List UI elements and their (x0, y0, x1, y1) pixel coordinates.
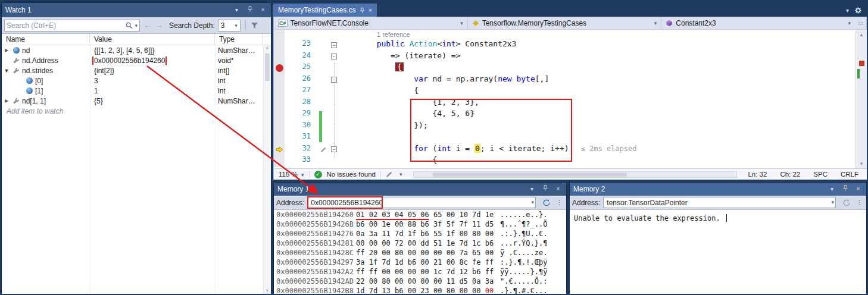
breakpoint-margin[interactable] (274, 132, 285, 144)
memory-row[interactable]: 0x000002556B19426Bb6 00 1e 00 88 b6 3f 5… (276, 220, 566, 230)
watch-row[interactable]: ▶nd{[[1, 2, 3], [4, 5, 6]]}NumShar… (2, 45, 271, 55)
scroll-down-icon[interactable]: ▼ (856, 161, 867, 167)
outline-margin[interactable] (330, 155, 339, 167)
refresh-icon[interactable] (541, 197, 552, 208)
search-depth-select[interactable]: 3 ▾ (218, 20, 241, 32)
codelens-references[interactable]: 1 reference (339, 30, 410, 39)
search-prev-icon[interactable]: ← (143, 21, 152, 30)
code-content[interactable]: { (339, 86, 419, 98)
outline-margin[interactable]: − (330, 39, 339, 51)
watch-name-cell[interactable]: ▼nd.strides (2, 67, 90, 75)
collapse-region-icon[interactable]: − (331, 146, 337, 152)
editor-scrollbar[interactable]: ▲ ▼ (855, 30, 867, 168)
horizontal-scrollbar[interactable] (413, 171, 738, 178)
code-content[interactable]: for (int i = 0; i < iterate; i++)≤ 2ms e… (339, 144, 636, 156)
scrollbar-thumb[interactable] (265, 54, 270, 81)
code-content[interactable]: {1, 2, 3}, (339, 98, 479, 109)
column-header-value[interactable]: Value (90, 34, 215, 45)
tab-pin-icon[interactable] (360, 7, 365, 14)
scrollbar-thumb[interactable] (433, 172, 627, 177)
search-icon[interactable] (126, 22, 133, 29)
tab-list-caret-icon[interactable]: ▾ (846, 7, 849, 14)
breakpoint-margin[interactable] (274, 109, 285, 121)
memory2-titlebar[interactable]: Memory 2 ▾ × (570, 183, 866, 196)
pen-icon[interactable] (386, 171, 393, 178)
outline-margin[interactable] (330, 86, 339, 98)
outline-margin[interactable] (330, 62, 339, 74)
class-dropdown[interactable]: Tensorflow.MemoryTestingCases ▾ (468, 17, 662, 29)
outline-margin[interactable]: − (330, 144, 339, 156)
watch-row[interactable]: [1]1int (2, 86, 271, 96)
breakpoint-margin[interactable] (274, 98, 285, 109)
breakpoint-margin[interactable] (274, 121, 285, 133)
code-content[interactable]: }); (339, 121, 428, 133)
code-content[interactable]: {4, 5, 6} (339, 109, 474, 121)
watch-name-cell[interactable]: ▶nd[1, 1] (2, 97, 90, 105)
search-next-icon[interactable]: → (155, 21, 164, 30)
memory-row[interactable]: 0x000002556B1942760a 3a 11 7d 1f b6 55 1… (276, 230, 566, 239)
column-header-type[interactable]: Type (215, 34, 263, 45)
settings-gear-icon[interactable] (854, 7, 862, 14)
code-content[interactable]: public Action<int> Constant2x3 (339, 39, 516, 51)
watch-value-cell[interactable]: 0x000002556b194260 (90, 57, 215, 65)
watch-value-cell[interactable]: {[[1, 2, 3], [4, 5, 6]]} (90, 46, 215, 55)
filter-icon[interactable] (251, 22, 258, 29)
breakpoint-icon[interactable] (276, 64, 283, 72)
toolbar-overflow-icon[interactable]: ⋮ (855, 199, 864, 206)
watch-name-cell[interactable]: Add item to watch (2, 107, 90, 115)
collapse-region-icon[interactable]: − (331, 77, 337, 83)
expander-icon[interactable]: ▶ (3, 48, 10, 53)
code-editor[interactable]: 1 reference 23− public Action<int> Const… (273, 30, 867, 168)
column-header-name[interactable]: Name (2, 34, 90, 45)
memory-row[interactable]: 0x000002556B19428Cff 20 00 80 00 00 00 0… (276, 249, 566, 258)
breakpoint-margin[interactable] (274, 74, 285, 86)
watch-search-box[interactable]: ▾ (4, 20, 140, 32)
breakpoint-margin[interactable] (274, 51, 285, 63)
watch-name-cell[interactable]: [1] (2, 87, 90, 95)
breakpoint-margin[interactable] (274, 39, 285, 51)
watch-value-cell[interactable]: {5} (90, 97, 215, 105)
collapse-region-icon[interactable]: − (331, 42, 337, 48)
watch-row[interactable]: ▼nd.strides{int[2]}int[] (2, 65, 271, 76)
expander-icon[interactable]: ▼ (3, 68, 10, 74)
method-dropdown[interactable]: Constant2x3 ▾ (661, 17, 855, 29)
toolbar-overflow-icon[interactable]: ⋮ (555, 199, 564, 206)
status-eol[interactable]: CRLF (841, 171, 858, 178)
watch-scrollbar[interactable]: ▲ ▼ (263, 45, 271, 294)
outline-margin[interactable] (330, 109, 339, 121)
pin-icon[interactable] (245, 5, 254, 15)
pin-icon[interactable] (841, 184, 850, 194)
window-position-icon[interactable]: ▾ (232, 6, 241, 14)
pen-caret-icon[interactable]: ▾ (399, 171, 402, 177)
breakpoint-margin[interactable] (274, 62, 285, 74)
search-options-caret-icon[interactable]: ▾ (135, 23, 138, 29)
watch-row[interactable]: Add item to watch (2, 106, 271, 116)
code-content[interactable]: { (339, 155, 437, 167)
project-dropdown[interactable]: C# TensorFlowNET.Console ▾ (274, 17, 468, 29)
watch-name-cell[interactable]: [0] (2, 77, 90, 85)
memory-row[interactable]: 0x000002556B1942AD22 00 80 00 00 00 00 1… (276, 277, 566, 287)
expander-icon[interactable]: ▶ (3, 98, 10, 103)
memory1-address-input[interactable] (307, 197, 536, 208)
watch-value-cell[interactable]: {int[2]} (90, 67, 215, 75)
zoom-control[interactable]: 115 % ▾ (279, 171, 304, 178)
tab-close-icon[interactable]: × (369, 7, 372, 14)
close-icon[interactable]: × (554, 185, 563, 193)
breakpoint-margin[interactable] (274, 30, 285, 39)
scroll-down-icon[interactable]: ▼ (264, 288, 271, 293)
watch-row[interactable]: nd.Address0x000002556b194260void* (2, 55, 271, 65)
watch-row[interactable]: [0]3int (2, 76, 271, 86)
breakpoint-margin[interactable] (274, 86, 285, 98)
window-position-icon[interactable]: ▾ (828, 185, 836, 193)
watch-value-cell[interactable]: 1 (90, 87, 215, 95)
memory1-titlebar[interactable]: Memory 1 ▾ × (274, 183, 566, 196)
memory-row[interactable]: 0x000002556B1942973a 1f 7d 1d b6 00 21 0… (276, 258, 566, 268)
memory-row[interactable]: 0x000002556B19428100 00 00 72 00 dd 51 1… (276, 239, 566, 249)
splitter-button[interactable] (855, 17, 866, 29)
add-watch-placeholder[interactable]: Add item to watch (2, 107, 63, 115)
close-icon[interactable]: × (258, 6, 267, 14)
outline-margin[interactable] (330, 121, 339, 133)
collapse-region-icon[interactable]: − (331, 54, 337, 59)
memory-row[interactable]: 0x000002556B19426001 02 03 04 05 06 65 0… (276, 211, 566, 220)
refresh-icon[interactable] (841, 197, 852, 208)
